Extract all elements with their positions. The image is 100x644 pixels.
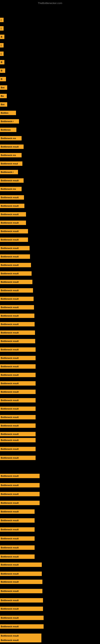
bar-item: Bottleneck result [0,438,36,442]
bar-label: Bottleneck result [1,256,19,258]
bar-item: Bo [0,94,7,98]
bottleneck-bar: Bottleneck result [0,572,42,576]
bar-label: Bottleneck resul [1,162,18,165]
bar-item: Bottleneck result [0,347,36,352]
bar-item: Bottleneck result [0,297,34,301]
bar-label: Bottleneck result [1,238,19,241]
bar-label: Bottleneck r [1,171,14,173]
bottleneck-bar: Bottleneck result [0,546,35,550]
bar-label: Bottleneck res [1,137,16,140]
bar-label: Bottleneck result [1,634,19,637]
bar-label: Bottleneck result [1,580,19,583]
bar-label: | [1,19,1,21]
bar-label: B [1,61,2,64]
bottleneck-bar: Bo [0,94,7,98]
bar-label: Bottleneck result [1,399,19,402]
bar-label: Bot [1,86,4,89]
bar-label: Bottleneck result [1,424,19,427]
bar-item: Bottleneck result [0,406,36,411]
bottleneck-bar: Bottleneck result [0,314,34,318]
bar-item: Bot [0,102,7,107]
bar-label: Bottleneck result [1,340,19,342]
bar-label: Bottleneck result [1,374,19,376]
bar-item: Bottleneck result [0,288,33,292]
bottleneck-bar: Bottleneck result [0,406,36,411]
bar-item: Bottlen [0,111,16,115]
bottleneck-bar: Bottleneck result [0,229,28,234]
bar-item: Bottleneck result [0,364,36,369]
bottleneck-bar: Bottleneck result [0,297,34,301]
bottleneck-bar: Bottleneck result [0,474,40,478]
bottleneck-bar: Bottleneck result [0,554,35,559]
bar-item: Bottleneck result [0,263,31,267]
bar-label: | [1,27,1,30]
bottleneck-bar: Bottleneck result [0,254,30,259]
bar-label: Bottleneck result [1,416,19,418]
bottleneck-bar: Bottleneck result [0,347,36,352]
bottleneck-bar: Bottleneck result [0,178,24,183]
bar-label: Bo [1,95,4,97]
bar-label: Bottleneck result [1,608,19,610]
bar-item: Bottleneck result [0,238,28,242]
bar-label: Bottleneck result [1,314,19,317]
bottleneck-bar: Bottleneck res [0,153,22,158]
bottleneck-bar: Bottleneck result [0,220,26,225]
bar-label: Bottleneck result [1,306,19,308]
bar-item: Bottleneck result [0,415,36,420]
bar-label: B [1,36,2,38]
bottleneck-bar: B [0,34,4,39]
bar-label: Bottleneck result [1,272,19,275]
bar-label: Bottleneck result [1,357,19,359]
bottleneck-bar: Bottleneck result [0,432,36,436]
bottleneck-bar: Bottleneck result [0,527,35,532]
bottleneck-bar: Bottleneck result [0,624,44,629]
bar-label: | [1,44,1,46]
bar-item: B [0,77,6,81]
bar-item: Bottleneck result [0,330,35,335]
bar-item: Bottleneck r [0,170,18,174]
bottleneck-bar: Bottleneck res [0,136,22,140]
bar-item: Bottleneck result [0,580,42,584]
bottleneck-bar: Bottleneck result [0,518,35,523]
bottleneck-bar: Bottleneck result [0,238,28,242]
bar-item: Bottleneck result [0,518,35,523]
bar-label: Bottleneck result [1,281,19,283]
bar-item: Bottleneck result [0,501,40,505]
bar-item: Bottleneck result [0,589,42,593]
bar-item: Bottlenec [0,128,16,132]
bar-label: Bot [1,103,4,106]
bar-label: Bottleneck result [1,264,19,266]
bottleneck-bar: | [0,52,3,56]
bar-item: Bottleneck result [0,373,36,377]
bar-item: Bottleneck result [0,398,36,402]
bar-label: | [1,52,1,55]
bar-label: Bottleneck result [1,590,19,592]
bottleneck-bar: Bottleneck result [0,580,42,584]
bar-item: B [0,68,5,73]
bar-item: Bottleneck result [0,606,43,611]
bottleneck-bar: Bot [0,102,7,107]
bar-item: | [0,52,3,56]
bar-item: Bottleneck result [0,492,40,496]
bottleneck-bar: | [0,43,3,48]
bar-item: B [0,34,4,39]
bar-item: Bottleneck result [0,456,36,460]
bar-label: Bottleneck result [1,572,19,575]
bottleneck-bar: B [0,60,4,64]
bottleneck-bar: Bottleneck result [0,398,36,402]
bar-label: Bottleneck result [1,493,19,495]
bar-item: Bottleneck result [0,195,24,200]
bar-item: Bottleneck result [0,474,40,478]
bar-item: Bottleneck result [0,305,34,310]
bar-item: Bottleneck result [0,314,34,318]
bar-item: Bot [0,85,7,90]
bottleneck-bar: Bottleneck result [0,390,36,394]
bar-label: Bottleneck result [1,332,19,334]
bar-label: Bottleneck result [1,639,19,642]
site-title: TheBottlenecker.com [0,0,100,6]
bottleneck-bar: | [0,26,3,30]
bar-label: Bottleneck result [1,519,19,522]
bar-label: Bottleneck result [1,528,19,531]
bar-item: Bottleneck result [0,572,42,576]
bar-item: Bottleneck res [0,136,22,140]
